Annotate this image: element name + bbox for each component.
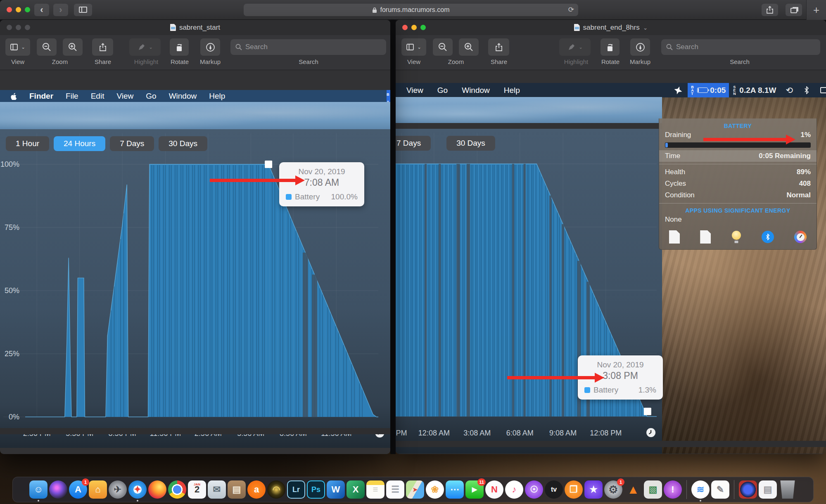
tab-overview-button[interactable] (786, 4, 802, 16)
dock-item-finder[interactable]: ☺ (29, 480, 47, 499)
view-button[interactable]: ⌄ (5, 38, 30, 56)
view-button[interactable]: ⌄ (401, 38, 426, 56)
document-icon[interactable] (700, 230, 711, 244)
lightbulb-icon[interactable] (731, 231, 741, 243)
markup-button[interactable] (200, 38, 220, 56)
dock-item-feedback[interactable]: ! (664, 480, 682, 499)
dock-item-word[interactable]: W (327, 480, 345, 499)
dock-item-system-preferences[interactable]: ⚙1 (604, 480, 622, 499)
bluetooth-icon[interactable] (804, 86, 809, 94)
close-button[interactable] (7, 7, 12, 12)
menu-item[interactable]: Go (437, 86, 448, 95)
dock-item-textedit[interactable]: ✎ (711, 480, 729, 499)
chart-cursor-marker[interactable] (265, 161, 272, 168)
dock-item-excel[interactable]: X (347, 480, 365, 499)
menu-item[interactable]: Window (462, 86, 490, 95)
dock-item-facetime[interactable]: ▶11 (465, 480, 484, 499)
menu-item[interactable]: Go (146, 92, 156, 100)
back-button[interactable]: ‹ (34, 4, 49, 16)
chart-cursor-marker[interactable] (644, 408, 651, 415)
document-icon[interactable] (669, 230, 680, 244)
menu-item[interactable]: Window (169, 92, 197, 100)
dock-item-radar[interactable]: ◠ (267, 480, 285, 499)
avast-icon[interactable] (674, 86, 682, 95)
dock-item-notes[interactable]: ≡ (366, 480, 385, 499)
rotate-button[interactable] (170, 38, 189, 56)
minimize-button[interactable] (16, 7, 21, 12)
highlight-button[interactable]: ⌄ (129, 38, 161, 56)
zoom-out-button[interactable] (433, 38, 453, 56)
apple-menu-icon[interactable] (11, 92, 17, 100)
dock-item-chrome[interactable] (168, 480, 186, 499)
range-button[interactable]: 7 Days (396, 136, 431, 151)
dock-item-trash[interactable] (779, 480, 797, 499)
dock-item-graphics[interactable]: ▧ (644, 480, 662, 499)
markup-button[interactable] (630, 38, 650, 56)
share-button[interactable] (92, 38, 113, 56)
dock-item-messages[interactable]: ⋯ (446, 480, 464, 499)
compass-gauge-icon[interactable] (794, 231, 807, 243)
address-bar[interactable]: forums.macrumors.com ⟳ (244, 4, 578, 16)
menu-item[interactable]: File (66, 92, 78, 100)
dock-item-android-tool[interactable] (739, 480, 757, 499)
dock-item-maps[interactable]: ➤ (406, 480, 424, 499)
dock-item-lightroom[interactable]: Lr (287, 480, 305, 499)
zoom-in-button[interactable] (63, 38, 83, 56)
dock-item-safari[interactable]: ✦ (128, 480, 147, 499)
display-icon[interactable] (820, 87, 826, 93)
dock-item-photoshop[interactable]: Ps (307, 480, 325, 499)
dock-item-avast[interactable]: a (247, 480, 266, 499)
dock-item-siri[interactable] (49, 480, 67, 499)
menu-item[interactable]: View (116, 92, 133, 100)
left-titlebar[interactable]: sabrent_start (0, 20, 390, 35)
range-button[interactable]: 24 Hours (54, 136, 105, 151)
zoom-button[interactable] (25, 7, 30, 12)
dock-item-imovie[interactable]: ★ (584, 480, 603, 499)
search-input[interactable] (676, 43, 803, 51)
search-field[interactable] (661, 39, 820, 55)
dock-item-apple-tv[interactable]: tv (545, 480, 563, 499)
menu-item[interactable]: Help (504, 86, 520, 95)
title-chevron-icon[interactable]: ⌄ (643, 24, 648, 31)
right-titlebar[interactable]: sabrent_end_8hrs ⌄ (396, 20, 826, 35)
menu-item[interactable]: Help (209, 92, 225, 100)
bluetooth-app-icon[interactable] (762, 231, 774, 243)
dock-item-photos[interactable]: ❀ (426, 480, 444, 499)
dock-item-contacts[interactable]: ▤ (228, 480, 246, 499)
dock-item-news[interactable]: N (485, 480, 503, 499)
time-row[interactable]: Time 0:05 Remaining (659, 150, 817, 162)
zoom-in-button[interactable] (459, 38, 479, 56)
sensor-status-item[interactable]: SEN 0.2A 8.1W (729, 85, 780, 95)
sidebar-toggle-button[interactable] (74, 4, 92, 16)
dock-item-reminders[interactable]: ☰ (386, 480, 404, 499)
time-machine-icon[interactable]: ⟲ (786, 85, 793, 95)
range-button[interactable]: 1 Hour (6, 136, 49, 151)
dock-item-firefox[interactable] (148, 480, 166, 499)
search-field[interactable] (230, 39, 386, 55)
dock-item-podcasts[interactable]: ☉ (525, 480, 543, 499)
dock-item-wifi-tool[interactable]: ≋ (691, 480, 710, 499)
dock-item-books[interactable]: ❐ (565, 480, 583, 499)
new-tab-button[interactable]: + (806, 0, 826, 20)
reload-icon[interactable]: ⟳ (568, 5, 574, 14)
range-button[interactable]: 7 Days (110, 136, 154, 151)
range-button[interactable]: 30 Days (159, 136, 207, 151)
share-button[interactable] (488, 38, 509, 56)
forward-button[interactable]: › (53, 4, 68, 16)
dock-item-music[interactable]: ♪ (505, 480, 523, 499)
highlight-button[interactable]: ⌄ (559, 38, 591, 56)
search-input[interactable] (245, 43, 369, 51)
share-button[interactable] (762, 4, 778, 16)
menu-item[interactable]: View (406, 86, 423, 95)
dock-item-home[interactable]: ⌂ (89, 480, 107, 499)
dock-item-calendar[interactable]: 2JAN (188, 480, 206, 499)
battery-status-item[interactable]: BAT 0:05 (688, 83, 729, 97)
dock-item-mail[interactable]: ✉ (208, 480, 226, 499)
menu-item[interactable]: Edit (91, 92, 104, 100)
dock-item-vlc[interactable]: ▲ (624, 480, 642, 499)
range-button[interactable]: 30 Days (446, 136, 495, 151)
rotate-button[interactable] (601, 38, 620, 56)
dock-item-app-store[interactable]: A1 (69, 480, 87, 499)
menu-item[interactable]: Finder (29, 92, 53, 100)
dock-item-wifi-doc[interactable]: ▤ (759, 480, 777, 499)
